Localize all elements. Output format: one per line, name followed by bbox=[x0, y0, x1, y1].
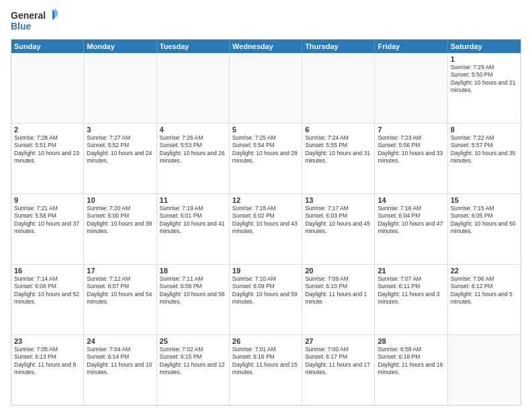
cell-text: Sunrise: 7:24 AM Sunset: 5:55 PM Dayligh… bbox=[305, 134, 371, 165]
cal-cell: 11Sunrise: 7:19 AM Sunset: 6:01 PM Dayli… bbox=[157, 194, 230, 264]
calendar: SundayMondayTuesdayWednesdayThursdayFrid… bbox=[11, 39, 521, 406]
cal-cell: 9Sunrise: 7:21 AM Sunset: 5:58 PM Daylig… bbox=[11, 194, 84, 264]
cell-text: Sunrise: 7:20 AM Sunset: 6:00 PM Dayligh… bbox=[87, 205, 153, 236]
header-day-saturday: Saturday bbox=[448, 40, 521, 53]
day-number: 19 bbox=[232, 267, 299, 275]
cell-text: Sunrise: 7:02 AM Sunset: 6:15 PM Dayligh… bbox=[160, 346, 226, 377]
cal-cell: 5Sunrise: 7:25 AM Sunset: 5:54 PM Daylig… bbox=[230, 124, 302, 193]
cal-cell: 2Sunrise: 7:28 AM Sunset: 5:51 PM Daylig… bbox=[11, 124, 84, 193]
cal-cell: 13Sunrise: 7:17 AM Sunset: 6:03 PM Dayli… bbox=[302, 194, 375, 264]
cell-text: Sunrise: 7:16 AM Sunset: 6:04 PM Dayligh… bbox=[378, 205, 444, 236]
day-number: 17 bbox=[87, 267, 153, 275]
cal-cell bbox=[157, 53, 230, 123]
day-number: 11 bbox=[160, 196, 226, 204]
day-number: 18 bbox=[160, 267, 226, 275]
cell-text: Sunrise: 6:58 AM Sunset: 6:18 PM Dayligh… bbox=[378, 346, 444, 377]
page: General Blue SundayMondayTuesdayWednesda… bbox=[0, 0, 532, 411]
cal-cell: 7Sunrise: 7:23 AM Sunset: 5:56 PM Daylig… bbox=[375, 124, 447, 193]
cal-cell: 19Sunrise: 7:10 AM Sunset: 6:09 PM Dayli… bbox=[230, 265, 302, 334]
cal-cell: 26Sunrise: 7:01 AM Sunset: 6:16 PM Dayli… bbox=[230, 335, 302, 405]
cal-cell: 18Sunrise: 7:11 AM Sunset: 6:08 PM Dayli… bbox=[157, 265, 230, 334]
cell-text: Sunrise: 7:05 AM Sunset: 6:13 PM Dayligh… bbox=[14, 346, 81, 377]
cell-text: Sunrise: 7:11 AM Sunset: 6:08 PM Dayligh… bbox=[160, 275, 226, 306]
day-number: 14 bbox=[378, 196, 444, 204]
cal-cell: 4Sunrise: 7:26 AM Sunset: 5:53 PM Daylig… bbox=[157, 124, 230, 193]
header-day-tuesday: Tuesday bbox=[157, 40, 230, 53]
day-number: 23 bbox=[14, 337, 81, 345]
calendar-body: 1Sunrise: 7:29 AM Sunset: 5:50 PM Daylig… bbox=[11, 53, 521, 405]
cal-cell: 15Sunrise: 7:15 AM Sunset: 6:05 PM Dayli… bbox=[448, 194, 521, 264]
cal-cell: 10Sunrise: 7:20 AM Sunset: 6:00 PM Dayli… bbox=[84, 194, 157, 264]
day-number: 4 bbox=[160, 126, 226, 134]
cell-text: Sunrise: 7:01 AM Sunset: 6:16 PM Dayligh… bbox=[232, 346, 299, 377]
day-number: 27 bbox=[305, 337, 371, 345]
cell-text: Sunrise: 7:25 AM Sunset: 5:54 PM Dayligh… bbox=[232, 134, 299, 165]
logo: General Blue bbox=[11, 8, 58, 35]
cal-cell: 20Sunrise: 7:09 AM Sunset: 6:10 PM Dayli… bbox=[302, 265, 375, 334]
cal-cell bbox=[230, 53, 302, 123]
day-number: 10 bbox=[87, 196, 153, 204]
cal-cell: 14Sunrise: 7:16 AM Sunset: 6:04 PM Dayli… bbox=[375, 194, 447, 264]
cell-text: Sunrise: 7:10 AM Sunset: 6:09 PM Dayligh… bbox=[232, 275, 299, 306]
cell-text: Sunrise: 7:28 AM Sunset: 5:51 PM Dayligh… bbox=[14, 134, 81, 165]
calendar-header: SundayMondayTuesdayWednesdayThursdayFrid… bbox=[11, 40, 521, 53]
week-row-2: 2Sunrise: 7:28 AM Sunset: 5:51 PM Daylig… bbox=[11, 123, 521, 193]
cal-cell: 17Sunrise: 7:12 AM Sunset: 6:07 PM Dayli… bbox=[84, 265, 157, 334]
cal-cell: 12Sunrise: 7:18 AM Sunset: 6:02 PM Dayli… bbox=[230, 194, 302, 264]
cal-cell: 3Sunrise: 7:27 AM Sunset: 5:52 PM Daylig… bbox=[84, 124, 157, 193]
cell-text: Sunrise: 7:12 AM Sunset: 6:07 PM Dayligh… bbox=[87, 275, 153, 306]
day-number: 24 bbox=[87, 337, 153, 345]
cal-cell bbox=[448, 335, 521, 405]
day-number: 5 bbox=[232, 126, 299, 134]
header: General Blue bbox=[11, 8, 521, 35]
cell-text: Sunrise: 7:04 AM Sunset: 6:14 PM Dayligh… bbox=[87, 346, 153, 377]
cell-text: Sunrise: 7:27 AM Sunset: 5:52 PM Dayligh… bbox=[87, 134, 153, 165]
day-number: 22 bbox=[451, 267, 518, 275]
svg-marker-3 bbox=[54, 8, 58, 19]
cell-text: Sunrise: 7:09 AM Sunset: 6:10 PM Dayligh… bbox=[305, 275, 371, 306]
week-row-1: 1Sunrise: 7:29 AM Sunset: 5:50 PM Daylig… bbox=[11, 53, 521, 123]
svg-text:Blue: Blue bbox=[11, 21, 32, 32]
day-number: 15 bbox=[451, 196, 518, 204]
cell-text: Sunrise: 7:15 AM Sunset: 6:05 PM Dayligh… bbox=[451, 205, 518, 236]
week-row-5: 23Sunrise: 7:05 AM Sunset: 6:13 PM Dayli… bbox=[11, 334, 521, 405]
day-number: 16 bbox=[14, 267, 81, 275]
cal-cell: 21Sunrise: 7:07 AM Sunset: 6:11 PM Dayli… bbox=[375, 265, 447, 334]
day-number: 9 bbox=[14, 196, 81, 204]
header-day-sunday: Sunday bbox=[11, 40, 84, 53]
cal-cell: 16Sunrise: 7:14 AM Sunset: 6:06 PM Dayli… bbox=[11, 265, 84, 334]
header-day-monday: Monday bbox=[84, 40, 157, 53]
cell-text: Sunrise: 7:26 AM Sunset: 5:53 PM Dayligh… bbox=[160, 134, 226, 165]
cal-cell: 24Sunrise: 7:04 AM Sunset: 6:14 PM Dayli… bbox=[84, 335, 157, 405]
cell-text: Sunrise: 7:06 AM Sunset: 6:12 PM Dayligh… bbox=[451, 275, 518, 306]
header-day-thursday: Thursday bbox=[302, 40, 375, 53]
day-number: 12 bbox=[232, 196, 299, 204]
cal-cell: 25Sunrise: 7:02 AM Sunset: 6:15 PM Dayli… bbox=[157, 335, 230, 405]
cal-cell: 27Sunrise: 7:00 AM Sunset: 6:17 PM Dayli… bbox=[302, 335, 375, 405]
day-number: 20 bbox=[305, 267, 371, 275]
cell-text: Sunrise: 7:07 AM Sunset: 6:11 PM Dayligh… bbox=[378, 275, 444, 306]
cal-cell: 22Sunrise: 7:06 AM Sunset: 6:12 PM Dayli… bbox=[448, 265, 521, 334]
cal-cell bbox=[11, 53, 84, 123]
day-number: 1 bbox=[451, 55, 518, 63]
day-number: 25 bbox=[160, 337, 226, 345]
week-row-4: 16Sunrise: 7:14 AM Sunset: 6:06 PM Dayli… bbox=[11, 264, 521, 334]
cell-text: Sunrise: 7:29 AM Sunset: 5:50 PM Dayligh… bbox=[451, 64, 518, 95]
day-number: 13 bbox=[305, 196, 371, 204]
cell-text: Sunrise: 7:23 AM Sunset: 5:56 PM Dayligh… bbox=[378, 134, 444, 165]
cell-text: Sunrise: 7:19 AM Sunset: 6:01 PM Dayligh… bbox=[160, 205, 226, 236]
cal-cell: 28Sunrise: 6:58 AM Sunset: 6:18 PM Dayli… bbox=[375, 335, 447, 405]
day-number: 8 bbox=[451, 126, 518, 134]
cell-text: Sunrise: 7:17 AM Sunset: 6:03 PM Dayligh… bbox=[305, 205, 371, 236]
day-number: 28 bbox=[378, 337, 444, 345]
day-number: 6 bbox=[305, 126, 371, 134]
generalblue-logo-icon: General Blue bbox=[11, 8, 58, 35]
day-number: 26 bbox=[232, 337, 299, 345]
cell-text: Sunrise: 7:00 AM Sunset: 6:17 PM Dayligh… bbox=[305, 346, 371, 377]
cal-cell bbox=[302, 53, 375, 123]
header-day-wednesday: Wednesday bbox=[230, 40, 302, 53]
cell-text: Sunrise: 7:14 AM Sunset: 6:06 PM Dayligh… bbox=[14, 275, 81, 306]
svg-text:General: General bbox=[11, 10, 46, 21]
cal-cell: 6Sunrise: 7:24 AM Sunset: 5:55 PM Daylig… bbox=[302, 124, 375, 193]
cell-text: Sunrise: 7:22 AM Sunset: 5:57 PM Dayligh… bbox=[451, 134, 518, 165]
